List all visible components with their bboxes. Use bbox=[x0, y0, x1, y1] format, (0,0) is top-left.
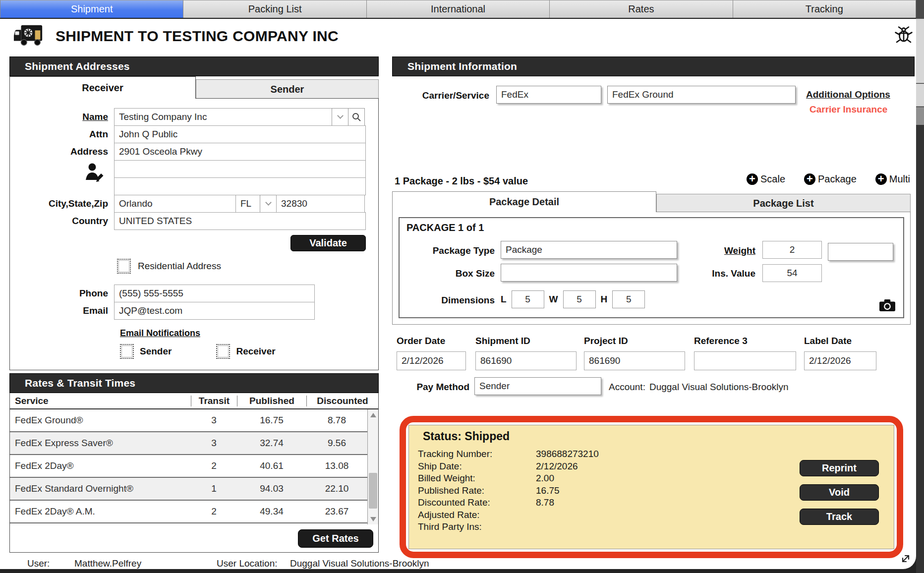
void-button[interactable]: Void bbox=[800, 484, 879, 501]
add-buttons: Scale Package Multi bbox=[747, 173, 910, 185]
attn-row: Attn bbox=[10, 125, 378, 143]
scroll-up-button[interactable] bbox=[368, 409, 378, 420]
status-row-label: Tracking Number: bbox=[418, 448, 536, 460]
additional-options-link[interactable]: Additional Options bbox=[806, 89, 890, 100]
email-row: Email bbox=[10, 302, 378, 320]
background-window-edge bbox=[916, 0, 924, 573]
tab-rates[interactable]: Rates bbox=[550, 0, 733, 18]
carrier-insurance-link[interactable]: Carrier Insurance bbox=[809, 104, 887, 115]
dimensions-row: L W H bbox=[501, 290, 645, 308]
rate-row[interactable]: FedEx 2Day® 2 40.61 13.08 bbox=[10, 455, 367, 478]
address-line1-input[interactable] bbox=[114, 143, 366, 161]
receiver-name-input[interactable] bbox=[114, 108, 332, 126]
camera-icon[interactable] bbox=[879, 299, 895, 313]
discounted-cell: 13.08 bbox=[306, 460, 367, 471]
col-service: Service bbox=[10, 396, 191, 406]
published-cell: 16.75 bbox=[237, 415, 306, 426]
tab-package-list[interactable]: Package List bbox=[656, 194, 911, 212]
order-date-input[interactable] bbox=[397, 351, 466, 370]
city-state-zip-label: City,State,Zip bbox=[10, 198, 114, 209]
name-label[interactable]: Name bbox=[10, 112, 114, 122]
project-id-label: Project ID bbox=[584, 336, 628, 346]
status-row: Discounted Rate:8.78 bbox=[418, 497, 599, 509]
rates-transit-panel: Rates & Transit Times Service Transit Pu… bbox=[9, 373, 379, 553]
country-row: Country bbox=[10, 212, 378, 230]
rate-row[interactable]: FedEx Express Saver® 3 32.74 9.56 bbox=[10, 432, 367, 455]
residential-checkbox[interactable] bbox=[117, 259, 131, 274]
name-row: Name bbox=[10, 108, 378, 126]
pay-method-select[interactable] bbox=[474, 377, 601, 395]
carrier-service-label: Carrier/Service bbox=[392, 90, 489, 101]
add-scale-button[interactable]: Scale bbox=[747, 173, 785, 185]
tab-sender[interactable]: Sender bbox=[196, 79, 379, 99]
name-dropdown-button[interactable] bbox=[332, 108, 348, 126]
service-select[interactable] bbox=[607, 86, 796, 104]
notify-sender-checkbox[interactable] bbox=[120, 344, 134, 359]
address-line2-input[interactable] bbox=[114, 160, 366, 178]
search-icon bbox=[351, 112, 361, 122]
package-header: PACKAGE 1 of 1 bbox=[406, 222, 484, 233]
carrier-select[interactable] bbox=[496, 86, 601, 104]
service-cell: FedEx Express Saver® bbox=[10, 438, 191, 449]
tab-package-detail[interactable]: Package Detail bbox=[392, 191, 656, 212]
address-row-2 bbox=[10, 160, 378, 178]
ins-value-input[interactable] bbox=[762, 264, 822, 282]
shipment-id-label: Shipment ID bbox=[475, 336, 530, 346]
scrollbar-thumb[interactable] bbox=[369, 473, 377, 509]
notify-receiver-checkbox[interactable] bbox=[216, 344, 230, 359]
weight-input[interactable] bbox=[762, 241, 822, 259]
dim-h-input[interactable] bbox=[612, 290, 645, 308]
box-size-select[interactable] bbox=[501, 264, 677, 282]
transit-cell: 3 bbox=[191, 438, 237, 449]
track-button[interactable]: Track bbox=[800, 509, 879, 525]
scroll-down-button[interactable] bbox=[368, 514, 378, 524]
tab-shipment[interactable]: Shipment bbox=[0, 0, 183, 18]
tab-receiver[interactable]: Receiver bbox=[9, 76, 196, 99]
project-id-input[interactable] bbox=[584, 351, 685, 370]
rate-row[interactable]: FedEx Standard Overnight® 1 94.03 22.10 bbox=[10, 478, 367, 501]
reference3-input[interactable] bbox=[694, 351, 796, 370]
resize-expand-icon[interactable] bbox=[897, 550, 914, 569]
edit-contact-icon[interactable] bbox=[85, 162, 104, 186]
validate-button[interactable]: Validate bbox=[290, 235, 366, 251]
page-title: SHIPMENT TO TESTING COMPANY INC bbox=[56, 28, 339, 45]
weight-unit-select[interactable] bbox=[828, 243, 893, 261]
rate-row[interactable]: FedEx 2Day® A.M. 2 49.34 23.67 bbox=[10, 501, 367, 523]
address-search-button[interactable] bbox=[348, 108, 365, 126]
shipment-id-input[interactable] bbox=[475, 351, 577, 370]
weight-label[interactable]: Weight bbox=[703, 245, 755, 256]
email-notifications-link[interactable]: Email Notifications bbox=[120, 328, 378, 339]
address-line3-input[interactable] bbox=[114, 177, 366, 195]
city-input[interactable] bbox=[114, 195, 236, 213]
address-label: Address bbox=[10, 146, 114, 157]
phone-input[interactable] bbox=[114, 285, 315, 302]
country-input[interactable] bbox=[114, 212, 366, 230]
address-tabs: Receiver Sender bbox=[9, 76, 379, 99]
rates-table-body: FedEx Ground® 3 16.75 8.78 FedEx Express… bbox=[10, 409, 378, 524]
package-type-select[interactable] bbox=[501, 241, 677, 259]
dim-l-input[interactable] bbox=[512, 290, 544, 308]
debug-bug-icon[interactable] bbox=[894, 26, 913, 46]
zip-input[interactable] bbox=[276, 195, 365, 213]
rate-row[interactable]: FedEx Ground® 3 16.75 8.78 bbox=[10, 409, 367, 432]
rates-footer: Get Rates bbox=[10, 524, 378, 552]
main-tab-bar: Shipment Packing List International Rate… bbox=[0, 0, 916, 19]
label-date-input[interactable] bbox=[804, 351, 876, 370]
shipment-addresses-title: Shipment Addresses bbox=[9, 57, 379, 76]
plus-circle-icon bbox=[875, 173, 887, 185]
email-input[interactable] bbox=[114, 302, 315, 320]
add-package-button[interactable]: Package bbox=[804, 173, 857, 185]
state-dropdown-button[interactable] bbox=[260, 195, 277, 213]
tab-international[interactable]: International bbox=[367, 0, 550, 18]
status-title: Status: Shipped bbox=[423, 430, 510, 443]
attn-input[interactable] bbox=[114, 125, 366, 143]
get-rates-button[interactable]: Get Rates bbox=[298, 529, 373, 548]
add-multi-button[interactable]: Multi bbox=[875, 173, 910, 185]
tab-tracking[interactable]: Tracking bbox=[733, 0, 916, 18]
reprint-button[interactable]: Reprint bbox=[800, 460, 879, 476]
phone-row: Phone bbox=[10, 285, 378, 302]
state-input[interactable] bbox=[235, 195, 260, 213]
dim-w-input[interactable] bbox=[563, 290, 596, 308]
tab-packing-list[interactable]: Packing List bbox=[183, 0, 366, 18]
rates-scrollbar[interactable] bbox=[367, 409, 378, 524]
